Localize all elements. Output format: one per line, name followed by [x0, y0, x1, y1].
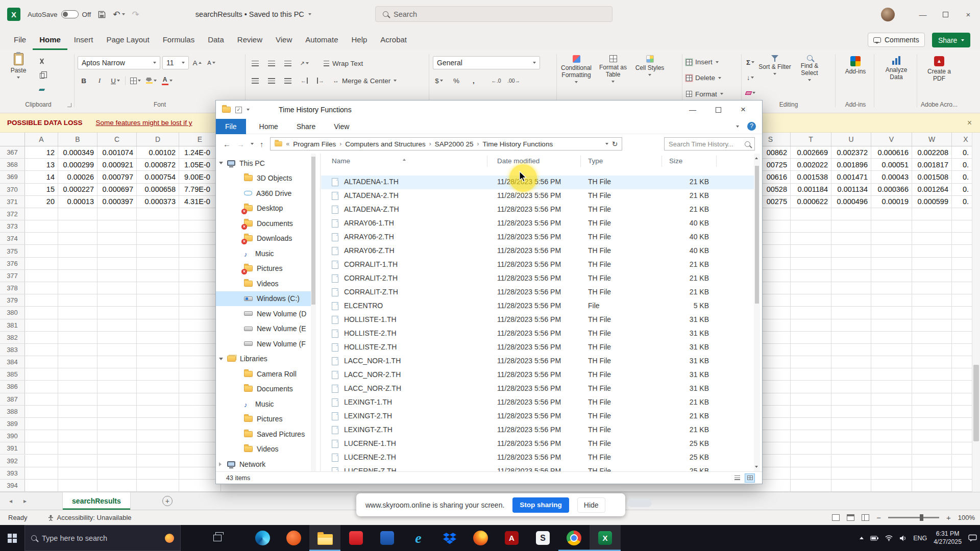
nav-scrollbar[interactable]: [311, 154, 316, 471]
cell-D389[interactable]: [137, 418, 179, 430]
cell-D367[interactable]: 0.00102: [137, 146, 179, 158]
insert-cells-button[interactable]: Insert: [686, 56, 739, 68]
row-header-393[interactable]: 393: [0, 467, 25, 479]
create-pdf-button[interactable]: Create a PDF: [924, 56, 954, 100]
cell-E393[interactable]: [179, 467, 221, 479]
ribbon-tab-file[interactable]: File: [7, 29, 33, 50]
nav-item-network[interactable]: Network: [216, 457, 311, 471]
cell-U390[interactable]: [831, 430, 871, 442]
cell-A373[interactable]: [25, 220, 58, 232]
address-box[interactable]: « Program Files › Computers and Structur…: [270, 137, 622, 151]
cell-T383[interactable]: [791, 344, 831, 356]
cell-C386[interactable]: [97, 381, 137, 392]
cell-A384[interactable]: [25, 356, 58, 368]
file-row-lacc-nor-1-th[interactable]: LACC_NOR-1.TH11/28/2023 5:56 PMTH File31…: [321, 355, 755, 368]
refresh-icon[interactable]: ↻: [612, 140, 618, 148]
forward-button[interactable]: →: [237, 140, 244, 148]
cell-W391[interactable]: [912, 442, 952, 454]
stop-sharing-button[interactable]: Stop sharing: [512, 497, 569, 513]
file-row-altadena-z-th[interactable]: ALTADENA-Z.TH11/28/2023 5:56 PMTH File21…: [321, 203, 755, 217]
taskbar-icon-edge[interactable]: [247, 525, 278, 551]
volume-icon[interactable]: [899, 535, 906, 541]
cell-C374[interactable]: [97, 233, 137, 244]
file-row-lacc-nor-2-th[interactable]: LACC_NOR-2.TH11/28/2023 5:56 PMTH File31…: [321, 368, 755, 382]
cell-D387[interactable]: [137, 393, 179, 405]
scrollbar-thumb[interactable]: [973, 365, 979, 441]
file-row-elcentro[interactable]: ELCENTRO11/28/2023 5:56 PMFile5 KB: [321, 299, 755, 313]
cell-T386[interactable]: [791, 381, 831, 392]
nav-item-music[interactable]: Music: [216, 246, 311, 261]
cell-U389[interactable]: [831, 418, 871, 430]
cell-U373[interactable]: [831, 220, 871, 232]
cell-B377[interactable]: [58, 270, 97, 282]
task-view-button[interactable]: [205, 525, 230, 551]
column-header-size[interactable]: Size: [669, 157, 682, 165]
cell-D372[interactable]: [137, 208, 179, 220]
cell-B367[interactable]: 0.000349: [58, 146, 97, 158]
orientation-button[interactable]: ↗: [298, 57, 310, 69]
cell-A381[interactable]: [25, 319, 58, 331]
cell-T378[interactable]: [791, 282, 831, 294]
row-header-369[interactable]: 369: [0, 171, 25, 183]
row-header-394[interactable]: 394: [0, 480, 25, 491]
row-header-392[interactable]: 392: [0, 455, 25, 467]
cell-C373[interactable]: [97, 220, 137, 232]
increase-font-button[interactable]: A: [191, 57, 203, 69]
cell-C367[interactable]: 0.001074: [97, 146, 137, 158]
zoom-slider-thumb[interactable]: [920, 514, 923, 521]
cell-U387[interactable]: [831, 393, 871, 405]
cell-W393[interactable]: [912, 467, 952, 479]
cell-D383[interactable]: [137, 344, 179, 356]
ribbon-tab-automate[interactable]: Automate: [299, 29, 345, 50]
nav-item-this-pc[interactable]: This PC: [216, 156, 311, 171]
cell-B386[interactable]: [58, 381, 97, 392]
cell-W370[interactable]: 0.001264: [912, 184, 952, 195]
explorer-tab-home[interactable]: Home: [259, 122, 278, 131]
cell-W367[interactable]: 0.002208: [912, 146, 952, 158]
cell-T379[interactable]: [791, 294, 831, 306]
cell-T394[interactable]: [791, 480, 831, 491]
cell-C381[interactable]: [97, 319, 137, 331]
taskbar-icon-dropbox[interactable]: [434, 525, 465, 551]
taskbar-icon-blue-app[interactable]: [372, 525, 403, 551]
cell-D388[interactable]: [137, 406, 179, 417]
cell-U382[interactable]: [831, 332, 871, 343]
fill-color-button[interactable]: [145, 74, 157, 87]
cell-A385[interactable]: [25, 368, 58, 380]
maximize-button[interactable]: [716, 107, 721, 113]
column-header-C[interactable]: C: [97, 133, 137, 146]
ribbon-tab-acrobat[interactable]: Acrobat: [374, 29, 413, 50]
cell-styles-button[interactable]: Cell Styles: [633, 55, 667, 100]
battery-icon[interactable]: [870, 536, 878, 541]
cell-E368[interactable]: 1.05E-0: [179, 159, 221, 170]
file-row-lucerne-z-th[interactable]: LUCERNE-Z.TH11/28/2023 5:56 PMTH File25 …: [321, 465, 755, 471]
comments-button[interactable]: Comments: [868, 33, 925, 47]
sheet-nav-right-button[interactable]: ▸: [23, 497, 27, 505]
cell-E388[interactable]: [179, 406, 221, 417]
cell-D394[interactable]: [137, 480, 179, 491]
column-header-U[interactable]: U: [831, 133, 871, 146]
expand-ribbon-chevron-icon[interactable]: [736, 126, 739, 128]
explorer-tab-view[interactable]: View: [334, 122, 349, 131]
cell-U372[interactable]: [831, 208, 871, 220]
cell-A391[interactable]: [25, 442, 58, 454]
restore-button[interactable]: [943, 12, 948, 17]
cell-U368[interactable]: 0.001896: [831, 159, 871, 170]
cell-V384[interactable]: [871, 356, 912, 368]
cell-C392[interactable]: [97, 455, 137, 467]
chevron-down-icon[interactable]: [219, 358, 223, 360]
cell-V367[interactable]: 0.000616: [871, 146, 912, 158]
cell-W381[interactable]: [912, 319, 952, 331]
nav-item-music[interactable]: Music: [216, 396, 311, 412]
cell-A374[interactable]: [25, 233, 58, 244]
autosave-toggle[interactable]: [61, 10, 79, 18]
explorer-tab-file[interactable]: File: [216, 119, 246, 134]
nav-item-videos[interactable]: Videos: [216, 276, 311, 291]
cell-U374[interactable]: [831, 233, 871, 244]
cell-D393[interactable]: [137, 467, 179, 479]
cell-V381[interactable]: [871, 319, 912, 331]
cell-D374[interactable]: [137, 233, 179, 244]
taskbar-icon-file-explorer[interactable]: [309, 525, 340, 551]
column-header-B[interactable]: B: [58, 133, 97, 146]
cell-W375[interactable]: [912, 245, 952, 257]
